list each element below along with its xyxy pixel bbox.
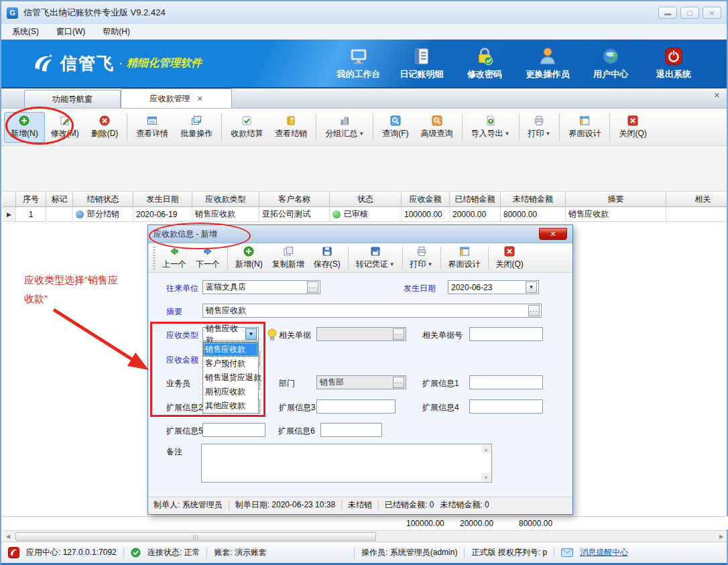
monitor-icon [349,46,369,66]
toolbar-view-detail-button[interactable]: 查看详情 [130,113,174,142]
dept-input[interactable]: 销售部··· [316,375,406,389]
col-type[interactable]: 应收款类型 [192,192,259,207]
ext3-input[interactable] [316,399,396,414]
type-option-initial[interactable]: 期初应收款 [203,385,258,399]
dialog-prev-button[interactable]: 上一个 [158,244,191,272]
cell-mark [46,207,73,222]
dialog-add-button[interactable]: 新增(N) [231,244,267,272]
col-status[interactable]: 状态 [330,192,402,207]
related-doc-input[interactable]: ··· [316,327,406,341]
dialog-print-button[interactable]: 打印▼ [406,244,438,272]
type-option-sales[interactable]: 销售应收款 [203,342,258,357]
dialog-ui-design-button[interactable]: 界面设计 [444,244,485,272]
type-option-other[interactable]: 其他应收款 [203,399,258,413]
dialog-save-button[interactable]: 保存(S) [309,244,345,272]
dialog-next-button[interactable]: 下一个 [191,244,225,272]
doc-date-select[interactable]: 2020-06-23▼ [448,280,539,294]
scroll-left-icon[interactable]: ◀ [3,531,13,542]
minimize-button[interactable]: ▬ [658,7,677,19]
chevron-down-icon[interactable]: ▼ [359,131,364,137]
ext4-input[interactable] [469,399,543,414]
toolbar-query-button[interactable]: 查询(F) [376,113,414,142]
chevron-down-icon[interactable]: ▼ [505,131,510,137]
lock-icon [475,46,495,66]
license-text: 正式版 授权序列号: p [471,547,547,558]
app-status-bar: 应用中心: 127.0.0.1:7092 连接状态: 正常 账套: 演示账套 操… [1,542,727,563]
banner-item-user-center[interactable]: 用户中心 [585,46,637,80]
toolbar-grip [153,247,156,269]
dialog-voucher-button[interactable]: 转记凭证▼ [351,244,400,272]
dialog-close-button[interactable]: ✕ [539,228,567,240]
tab-strip: 功能导航窗 应收款管理 ✕ ✕ [1,88,727,109]
scroll-right-icon[interactable]: ▶ [716,531,727,542]
toolbar-print-button[interactable]: 打印▼ [522,113,557,142]
scrollbar-thumb[interactable]: ||| [15,532,376,541]
toolbar-adv-query-button[interactable]: 高级查询 [415,113,459,142]
toolbar-edit-button[interactable]: 修改(M) [45,113,85,142]
dialog-copy-add-button[interactable]: 复制新增 [267,244,309,272]
ext5-input[interactable] [202,423,265,437]
toolbar-delete-button[interactable]: 删除(D) [85,113,125,142]
related-no-input[interactable] [469,327,543,341]
scroll-up-icon[interactable]: ▲ [481,445,491,453]
summary-input[interactable]: 销售应收款··· [202,304,542,318]
remark-textarea[interactable]: ▲ ▼ [201,444,492,483]
menu-help[interactable]: 帮助(H) [103,26,130,38]
horizontal-scrollbar[interactable]: ◀ ||| ▶ [3,530,727,542]
ext1-input[interactable] [469,375,543,389]
col-customer[interactable]: 客户名称 [259,192,330,207]
col-amount[interactable]: 应收金额 [402,192,450,207]
toolbar-batch-button[interactable]: 批量操作 [174,113,219,142]
tabstrip-close-icon[interactable]: ✕ [714,91,720,100]
toolbar-add-button[interactable]: 新增(N) [4,112,45,143]
table-row[interactable]: ▶ 1 部分结销 2020-06-19 销售应收款 亚拓公司测试 已审核 100… [3,207,727,222]
chevron-down-icon[interactable]: ▼ [546,131,551,137]
batch-icon [191,115,202,126]
banner-item-exit[interactable]: 退出系统 [648,46,700,80]
banner-item-workbench[interactable]: 我的工作台 [332,46,385,80]
menu-system[interactable]: 系统(S) [12,26,39,38]
partner-input[interactable]: 蓝猫文具店··· [202,280,320,294]
ext6-input[interactable] [320,423,382,437]
type-select[interactable]: 销售应收款▼ [202,327,259,341]
type-option-prepay[interactable]: 客户预付款 [203,357,258,371]
banner-item-change-password[interactable]: 修改密码 [459,46,511,80]
toolbar-collect-settle-button[interactable]: 收款结算 [225,113,269,142]
col-date[interactable]: 发生日期 [133,192,192,207]
chevron-down-icon[interactable]: ▼ [428,261,433,267]
col-mark[interactable]: 标记 [46,192,73,207]
tab-close-icon[interactable]: ✕ [196,95,202,103]
tab-function-nav[interactable]: 功能导航窗 [24,90,121,108]
chevron-down-icon[interactable]: ▼ [245,328,257,340]
col-seq[interactable]: 序号 [16,192,46,207]
toolbar-view-settle-button[interactable]: 查看结销 [269,113,313,142]
col-settled[interactable]: 已结销金额 [450,192,501,207]
banner: 信管飞 · 精细化管理软件 我的工作台 日记账明细 修改密码 更换操作员 [1,40,727,88]
close-button[interactable]: ✕ [703,7,721,19]
row-selector-icon: ▶ [3,207,16,222]
col-unsettled[interactable]: 未结销金额 [501,192,566,207]
lookup-icon[interactable]: ··· [307,281,318,293]
dialog-close-toolbar-button[interactable]: 关闭(Q) [491,244,528,272]
col-summary[interactable]: 摘要 [566,192,666,207]
banner-item-daybook[interactable]: 日记账明细 [396,46,448,80]
toolbar-group-summary-button[interactable]: 分组汇总▼ [319,113,370,142]
chevron-down-icon[interactable]: ▼ [389,261,395,267]
chevron-down-icon[interactable]: ▼ [526,281,537,293]
lookup-icon[interactable]: ··· [393,377,404,388]
cell-summary: 销售应收款 [566,207,666,222]
type-option-return[interactable]: 销售退货应退款 [203,371,258,385]
toolbar-import-export-button[interactable]: 导入导出▼ [465,113,516,142]
lookup-icon[interactable]: ··· [528,305,540,316]
tab-receivables[interactable]: 应收款管理 ✕ [121,88,232,108]
col-related[interactable]: 相关 [666,192,727,207]
toolbar-ui-design-button[interactable]: 界面设计 [562,113,607,142]
toolbar-close-button[interactable]: 关闭(Q) [613,113,652,142]
lookup-icon[interactable]: ··· [393,328,404,340]
message-center-link[interactable]: 消息提醒中心 [580,547,628,558]
scroll-down-icon[interactable]: ▼ [481,473,491,481]
col-settle-status[interactable]: 结销状态 [73,192,133,207]
banner-item-switch-operator[interactable]: 更换操作员 [522,46,574,80]
menu-window[interactable]: 窗口(W) [56,26,85,38]
maximize-button[interactable]: ▢ [680,7,699,19]
